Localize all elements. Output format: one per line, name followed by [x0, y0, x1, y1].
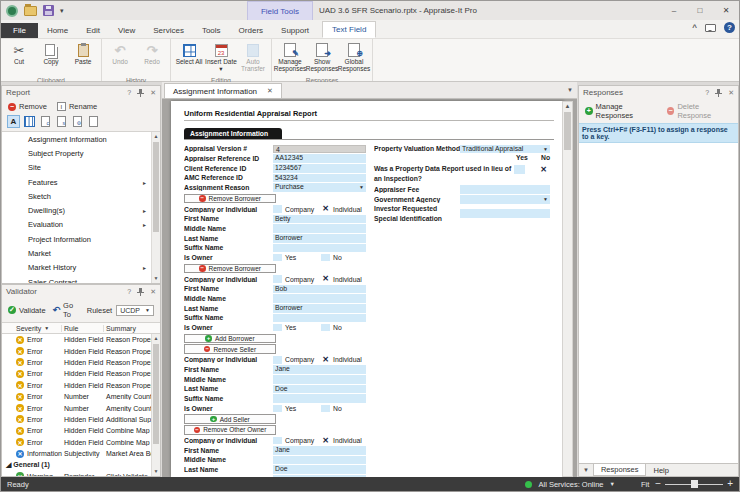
- validator-row[interactable]: ✕ErrorHidden FieldReason Propert: [2, 368, 160, 379]
- ribbon-tab-services[interactable]: Services: [144, 23, 193, 38]
- report-view-page-icon[interactable]: [87, 115, 100, 128]
- tab-list-dropdown-icon[interactable]: ▼: [567, 87, 573, 93]
- report-scrollbar[interactable]: ▲ ▼: [151, 132, 160, 283]
- tab-strip-dropdown-icon[interactable]: ▼: [583, 467, 589, 473]
- middle-name-field[interactable]: [273, 375, 366, 384]
- qat-dropdown-icon[interactable]: ▾: [60, 7, 64, 15]
- document-scrollbar[interactable]: ▲: [562, 101, 573, 477]
- amc-reference-id-field[interactable]: 543234: [273, 174, 366, 183]
- responses-close-icon[interactable]: ✕: [728, 89, 734, 97]
- report-view-table-icon[interactable]: [23, 115, 36, 128]
- services-status-label[interactable]: All Services: Online: [538, 480, 603, 489]
- insert-date-button[interactable]: 23Insert Date ▾: [205, 40, 237, 76]
- pdr-no-checkbox[interactable]: ✕: [538, 165, 549, 174]
- document-tab[interactable]: Assignment Information ✕: [164, 83, 282, 98]
- validator-row[interactable]: ✕ErrorHidden FieldReason Propert: [2, 345, 160, 356]
- validator-row[interactable]: ✕ErrorNumberAmenity Count: [2, 391, 160, 402]
- no-checkbox[interactable]: [321, 324, 330, 332]
- investor-field[interactable]: [460, 209, 550, 218]
- sidebar-item-project-information[interactable]: Project Information: [2, 232, 160, 246]
- yes-checkbox[interactable]: [273, 405, 282, 413]
- copy-button[interactable]: Copy: [35, 40, 67, 76]
- validator-row[interactable]: ✕ErrorHidden FieldCombine Map o: [2, 425, 160, 436]
- government-agency-field[interactable]: ▼: [460, 195, 550, 204]
- validator-row[interactable]: ✕ErrorNumberAmenity Count: [2, 402, 160, 413]
- appraiser-reference-id-field[interactable]: AA12345: [273, 154, 366, 163]
- suffix-name-field[interactable]: [273, 314, 366, 323]
- validator-row[interactable]: ✕ErrorHidden FieldCombine Map o: [2, 437, 160, 448]
- individual-checkbox[interactable]: ✕: [321, 437, 330, 445]
- report-help-icon[interactable]: ?: [127, 89, 131, 96]
- company-checkbox[interactable]: [273, 205, 282, 213]
- report-remove-button[interactable]: − Remove: [8, 102, 47, 111]
- remove-seller-button[interactable]: −Remove Seller: [184, 344, 276, 354]
- validator-help-icon[interactable]: ?: [127, 288, 131, 295]
- ribbon-tab-support[interactable]: Support: [272, 23, 318, 38]
- close-button[interactable]: ✕: [713, 1, 739, 20]
- validator-pin-icon[interactable]: [137, 288, 144, 296]
- ribbon-tab-edit[interactable]: Edit: [77, 23, 109, 38]
- company-checkbox[interactable]: [273, 437, 282, 445]
- delete-response-button[interactable]: − Delete Response: [667, 102, 732, 120]
- column-summary[interactable]: Summary: [104, 325, 160, 332]
- individual-checkbox[interactable]: ✕: [321, 205, 330, 213]
- zoom-slider-thumb[interactable]: [691, 480, 698, 488]
- last-name-field[interactable]: Borrower: [273, 304, 366, 313]
- feedback-icon[interactable]: [705, 24, 716, 32]
- document-tab-close-icon[interactable]: ✕: [267, 87, 273, 95]
- zoom-fit-label[interactable]: Fit: [641, 480, 649, 489]
- select-all-button[interactable]: Select All: [173, 40, 205, 76]
- pdr-yes-checkbox[interactable]: [514, 165, 525, 174]
- validator-row[interactable]: ✕InformationSubjectivityMarket Area Bo: [2, 448, 160, 459]
- last-name-field[interactable]: Borrower: [273, 234, 366, 243]
- manage-responses-button[interactable]: Manage Responses: [274, 40, 306, 76]
- middle-name-field[interactable]: [273, 456, 366, 465]
- sidebar-item-subject-property[interactable]: Subject Property: [2, 146, 160, 160]
- goto-button[interactable]: ↶ Go To: [53, 301, 80, 319]
- ribbon-tab-tools[interactable]: Tools: [193, 23, 230, 38]
- sidebar-item-dwelling-s-[interactable]: Dwelling(s)▸: [2, 203, 160, 217]
- validator-group-header[interactable]: ◢ General (1): [2, 459, 160, 470]
- collapse-ribbon-icon[interactable]: ^: [692, 23, 697, 32]
- report-view-doc-s-icon[interactable]: s: [55, 115, 68, 128]
- first-name-field[interactable]: Jane: [273, 446, 366, 455]
- no-checkbox[interactable]: [321, 405, 330, 413]
- minimize-button[interactable]: –: [661, 1, 687, 20]
- add-borrower-button[interactable]: +Add Borrower: [184, 334, 276, 344]
- paste-button[interactable]: Paste: [67, 40, 99, 76]
- global-responses-button[interactable]: Global Responses: [338, 40, 370, 76]
- tab-help[interactable]: Help: [646, 464, 675, 476]
- sidebar-item-evaluation[interactable]: Evaluation▸: [2, 218, 160, 232]
- appraiser-fee-field[interactable]: [460, 185, 550, 194]
- last-name-field[interactable]: Doe: [273, 385, 366, 394]
- suffix-name-field[interactable]: [273, 394, 366, 403]
- report-rename-button[interactable]: I Rename: [57, 102, 97, 111]
- validator-scrollbar[interactable]: ▲ ▼: [151, 334, 160, 476]
- responses-pin-icon[interactable]: [715, 89, 722, 97]
- validator-row[interactable]: ✕WarningReminderClick Validate: [2, 471, 160, 476]
- first-name-field[interactable]: Bob: [273, 285, 366, 294]
- sidebar-item-assignment-information[interactable]: Assignment Information: [2, 132, 160, 146]
- validator-row[interactable]: ✕ErrorHidden FieldAdditional Supe: [2, 414, 160, 425]
- help-icon[interactable]: ?: [724, 22, 735, 33]
- maximize-button[interactable]: □: [687, 1, 713, 20]
- company-checkbox[interactable]: [273, 356, 282, 364]
- column-rule[interactable]: Rule: [62, 325, 104, 332]
- validator-row[interactable]: ✕ErrorHidden FieldReason Propert: [2, 380, 160, 391]
- ribbon-tab-text-field[interactable]: Text Field: [322, 21, 376, 38]
- sidebar-item-site[interactable]: Site: [2, 161, 160, 175]
- remove-borrower-button[interactable]: −Remove Borrower: [184, 264, 276, 274]
- sidebar-item-market-history[interactable]: Market History▸: [2, 261, 160, 275]
- report-view-text-icon[interactable]: A: [7, 115, 20, 128]
- first-name-field[interactable]: Jane: [273, 365, 366, 374]
- middle-name-field[interactable]: [273, 224, 366, 233]
- add-seller-button[interactable]: +Add Seller: [184, 414, 276, 424]
- show-responses-button[interactable]: Show Responses: [306, 40, 338, 76]
- ruleset-select[interactable]: UCDP ▼: [116, 305, 154, 316]
- client-reference-id-field[interactable]: 1234567: [273, 164, 366, 173]
- ribbon-tab-orders[interactable]: Orders: [230, 23, 272, 38]
- report-close-icon[interactable]: ✕: [150, 89, 156, 97]
- zoom-slider-track[interactable]: [665, 484, 723, 485]
- yes-checkbox[interactable]: [273, 324, 282, 332]
- last-name-field[interactable]: Doe: [273, 465, 366, 474]
